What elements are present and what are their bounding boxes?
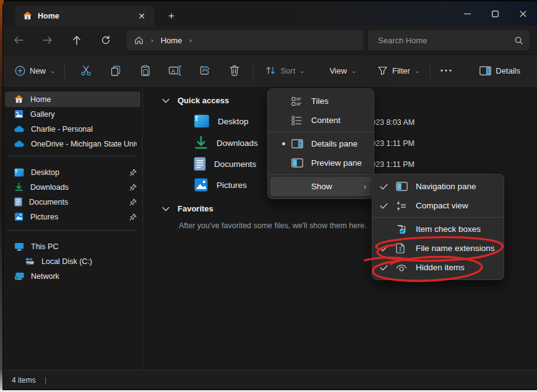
sidebar-item-desktop[interactable]: Desktop bbox=[5, 164, 140, 180]
sidebar-item-label: This PC bbox=[31, 242, 137, 251]
compact-view-icon bbox=[396, 201, 416, 211]
sidebar-item-documents[interactable]: Documents bbox=[5, 194, 140, 210]
delete-button[interactable] bbox=[222, 60, 247, 81]
submenu-item-item-check-boxes[interactable]: Item check boxes bbox=[375, 219, 501, 239]
tab-close-icon[interactable]: ✕ bbox=[134, 9, 149, 23]
breadcrumb-chevron-icon[interactable]: › bbox=[151, 36, 153, 44]
favorites-empty-text: After you've favorited some files, we'll… bbox=[179, 221, 367, 230]
favorites-header[interactable]: Favorites bbox=[162, 204, 213, 213]
sidebar-item-label: Local Disk (C:) bbox=[41, 257, 137, 266]
up-button[interactable] bbox=[66, 30, 87, 51]
search-box[interactable] bbox=[368, 30, 530, 50]
minimize-button[interactable] bbox=[453, 1, 481, 26]
submenu-item-compact-view[interactable]: Compact view bbox=[375, 196, 501, 215]
new-tab-button[interactable]: + bbox=[163, 9, 180, 23]
more-options-button[interactable] bbox=[436, 60, 457, 81]
pictures-icon bbox=[14, 212, 24, 221]
navigation-pane: Home Gallery Charlie - Personal OneDrive… bbox=[3, 87, 143, 370]
chevron-right-icon: › bbox=[364, 182, 366, 191]
sidebar-item-this-pc[interactable]: This PC bbox=[5, 239, 140, 254]
sidebar-divider bbox=[8, 156, 137, 156]
sidebar-item-charlie-personal[interactable]: Charlie - Personal bbox=[5, 121, 140, 137]
copy-button[interactable] bbox=[103, 60, 128, 81]
selection-bullet bbox=[275, 142, 291, 145]
svg-text:A: A bbox=[171, 68, 175, 74]
breadcrumb-home[interactable]: Home bbox=[161, 36, 183, 45]
file-item-date: 023 1:11 PM bbox=[371, 139, 415, 148]
sidebar-item-pictures[interactable]: Pictures bbox=[5, 209, 140, 224]
close-button[interactable] bbox=[509, 1, 537, 26]
onedrive-cloud-icon bbox=[14, 140, 24, 147]
toolbar-divider bbox=[64, 62, 65, 79]
menu-item-details-pane[interactable]: Details pane bbox=[270, 134, 371, 153]
preview-pane-icon bbox=[291, 158, 311, 168]
menu-item-show[interactable]: Show › bbox=[270, 177, 371, 196]
search-icon[interactable] bbox=[514, 36, 523, 45]
paste-button[interactable] bbox=[133, 60, 158, 81]
share-button[interactable] bbox=[192, 60, 217, 81]
chevron-down-icon[interactable] bbox=[162, 98, 170, 103]
breadcrumb-chevron-icon[interactable]: › bbox=[189, 36, 192, 44]
filter-button[interactable]: Filter ⌄ bbox=[372, 62, 425, 79]
sidebar-item-home[interactable]: Home bbox=[5, 92, 140, 107]
file-item-pictures[interactable]: Pictures bbox=[194, 177, 247, 192]
new-button[interactable]: New ⌄ bbox=[9, 62, 61, 80]
menu-item-label: Item check boxes bbox=[416, 224, 496, 234]
back-button[interactable] bbox=[8, 30, 29, 51]
menu-item-label: Show bbox=[311, 182, 364, 191]
menu-item-tiles[interactable]: Tiles bbox=[270, 92, 371, 111]
file-item-downloads[interactable]: Downloads bbox=[194, 135, 258, 150]
documents-icon bbox=[14, 197, 22, 207]
view-button-label: View bbox=[330, 66, 347, 75]
forward-button[interactable] bbox=[37, 30, 58, 51]
details-button-label: Details bbox=[496, 66, 520, 75]
menu-item-preview-pane[interactable]: Preview pane bbox=[270, 153, 371, 173]
item-check-boxes-icon bbox=[396, 224, 416, 234]
submenu-item-file-name-extensions[interactable]: File name extensions bbox=[375, 239, 501, 258]
desktop-icon bbox=[194, 114, 210, 128]
chevron-down-icon: ⌄ bbox=[50, 67, 55, 74]
file-item-label: Desktop bbox=[218, 117, 249, 126]
sidebar-item-onedrive-msu[interactable]: OneDrive - Michigan State Univers bbox=[5, 136, 140, 151]
new-button-label: New bbox=[30, 66, 46, 75]
sidebar-item-network[interactable]: Network bbox=[5, 268, 140, 284]
submenu-item-navigation-pane[interactable]: Navigation pane bbox=[375, 177, 501, 196]
window-controls bbox=[453, 1, 537, 26]
downloads-icon bbox=[14, 182, 24, 192]
breadcrumb-home-icon[interactable] bbox=[134, 36, 144, 45]
pin-icon bbox=[129, 198, 137, 206]
maximize-button[interactable] bbox=[481, 1, 509, 26]
chevron-down-icon[interactable] bbox=[162, 207, 170, 211]
search-input[interactable] bbox=[377, 35, 514, 46]
details-toggle-button[interactable]: Details bbox=[474, 62, 526, 79]
menu-item-label: Preview pane bbox=[311, 158, 366, 168]
explorer-tab-home[interactable]: Home ✕ bbox=[15, 6, 154, 26]
rename-button[interactable]: A bbox=[163, 60, 187, 81]
documents-icon bbox=[194, 156, 206, 171]
sidebar-item-gallery[interactable]: Gallery bbox=[5, 106, 140, 122]
menu-item-content[interactable]: Content bbox=[270, 111, 371, 130]
refresh-button[interactable] bbox=[95, 30, 116, 51]
sort-button[interactable]: Sort ⌄ bbox=[260, 62, 310, 79]
pin-icon bbox=[129, 213, 137, 221]
view-button[interactable]: View ⌄ bbox=[324, 62, 362, 79]
submenu-item-hidden-items[interactable]: Hidden items bbox=[375, 258, 501, 277]
menu-item-label: Tiles bbox=[311, 96, 366, 106]
menu-item-label: File name extensions bbox=[416, 244, 496, 253]
quick-access-header[interactable]: Quick access bbox=[162, 96, 229, 105]
chevron-down-icon: ⌄ bbox=[299, 67, 304, 74]
sidebar-item-local-disk-c[interactable]: Local Disk (C:) bbox=[5, 254, 140, 269]
file-item-documents[interactable]: Documents bbox=[194, 156, 256, 171]
sidebar-divider bbox=[8, 230, 137, 231]
address-bar[interactable]: › Home › bbox=[127, 30, 363, 50]
section-title: Favorites bbox=[178, 204, 213, 213]
file-item-desktop[interactable]: Desktop bbox=[194, 114, 249, 128]
desktop-icon bbox=[14, 168, 24, 177]
cut-button[interactable] bbox=[74, 60, 98, 81]
sidebar-item-label: Pictures bbox=[30, 213, 122, 221]
menu-separator bbox=[268, 132, 374, 132]
sidebar-item-downloads[interactable]: Downloads bbox=[5, 179, 140, 195]
titlebar: Home ✕ + bbox=[3, 1, 537, 26]
menu-item-label: Details pane bbox=[311, 139, 366, 148]
view-menu: Tiles Content Details pane Preview pane … bbox=[267, 88, 374, 199]
